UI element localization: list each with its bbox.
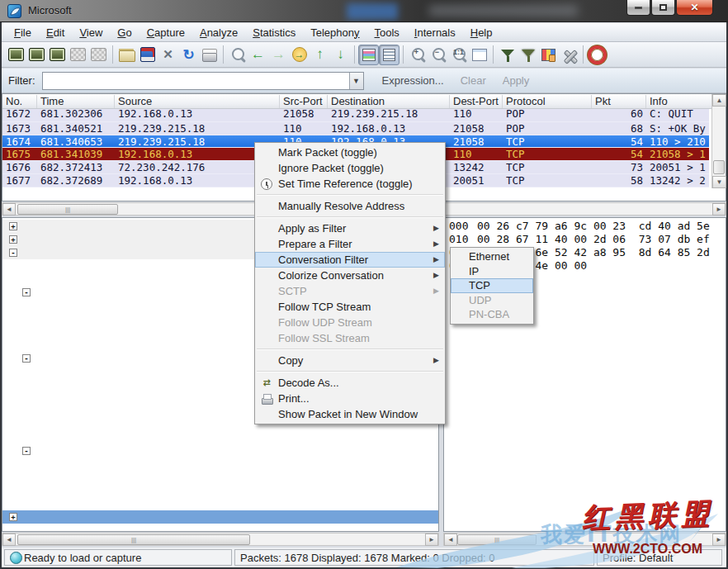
menu-item[interactable]: View: [72, 25, 110, 40]
tree-expander[interactable]: [115, 381, 123, 389]
tree-expander[interactable]: [115, 473, 123, 481]
toolbar-button[interactable]: [47, 45, 68, 65]
context-menu-item[interactable]: Follow SSL Stream: [255, 330, 445, 346]
context-menu-item[interactable]: ⇄ Decode As...: [255, 375, 445, 391]
toolbar-button[interactable]: [379, 45, 399, 65]
toolbar-button[interactable]: ←: [248, 45, 268, 65]
toolbar-button[interactable]: [68, 45, 88, 65]
toolbar-button[interactable]: [88, 45, 109, 65]
toolbar-button[interactable]: [583, 45, 584, 64]
vscroll-thumb[interactable]: [713, 160, 725, 174]
scroll-left-arrow[interactable]: ◄: [2, 203, 16, 216]
tree-line[interactable]: Source: 219.239.215.18 (219.239.215.18): [2, 484, 438, 497]
tree-expander[interactable]: [115, 460, 123, 468]
toolbar-button[interactable]: [559, 45, 579, 65]
filter-combobox[interactable]: ▼: [42, 72, 364, 90]
tree-expander[interactable]: [22, 328, 31, 336]
tree-line[interactable]: +Transmission Control Protocol, Src Port…: [2, 510, 438, 524]
filter-input[interactable]: [44, 73, 349, 88]
toolbar-button[interactable]: [587, 45, 607, 65]
tree-line[interactable]: -Header checksum: 0x7307 [validation dis…: [2, 444, 438, 458]
clear-button[interactable]: Clear: [452, 73, 494, 88]
column-header-no[interactable]: No.: [2, 95, 37, 108]
submenu-item[interactable]: PN-CBA: [451, 307, 533, 322]
context-menu-item[interactable]: Prepare a Filter ▶: [255, 236, 445, 252]
context-menu-item[interactable]: Print...: [255, 391, 445, 406]
column-header-destport[interactable]: Dest-Port: [450, 95, 503, 108]
tree-line[interactable]: [Bad: False]: [2, 471, 438, 484]
tree-expander[interactable]: [22, 275, 31, 283]
column-header-pktlength[interactable]: Pkt Length: [592, 95, 646, 108]
context-menu-item[interactable]: [257, 216, 443, 218]
toolbar-button[interactable]: [199, 45, 220, 65]
tree-expander[interactable]: [22, 262, 31, 270]
tree-expander[interactable]: +: [9, 513, 17, 521]
toolbar-button[interactable]: ↑: [310, 45, 330, 65]
apply-button[interactable]: Apply: [494, 73, 538, 88]
menu-item[interactable]: Analyze: [192, 25, 245, 40]
toolbar-button[interactable]: [358, 45, 379, 65]
tree-expander[interactable]: [22, 486, 31, 495]
toolbar-button[interactable]: [538, 45, 559, 65]
toolbar-button[interactable]: [493, 45, 494, 64]
toolbar-button[interactable]: →: [268, 45, 289, 65]
toolbar-button[interactable]: [6, 45, 26, 65]
packet-list-vscrollbar[interactable]: ▲ ▼: [711, 94, 726, 188]
scroll-left-arrow[interactable]: ◄: [444, 533, 457, 546]
hex-line[interactable]: 01000 28 67 11 40 00 2d 06 73 07 db ef: [444, 233, 726, 246]
toolbar-button[interactable]: [112, 45, 113, 64]
context-menu-item[interactable]: Follow TCP Stream: [255, 299, 445, 315]
menu-item[interactable]: Tools: [367, 25, 407, 40]
tree-expander[interactable]: -: [9, 249, 17, 257]
context-menu-item[interactable]: [257, 371, 443, 372]
submenu-item[interactable]: IP: [451, 264, 533, 279]
hscroll-thumb[interactable]: [17, 534, 250, 545]
column-header-srcport[interactable]: Src-Port: [280, 95, 328, 108]
context-menu-item[interactable]: Mark Packet (toggle): [255, 145, 445, 160]
context-menu-item[interactable]: Follow UDP Stream: [255, 315, 445, 330]
tree-expander[interactable]: [115, 394, 123, 402]
tree-expander[interactable]: [115, 315, 123, 323]
column-header-destination[interactable]: Destination: [328, 95, 450, 108]
column-header-source[interactable]: Source: [115, 95, 280, 108]
toolbar-button[interactable]: [518, 45, 538, 65]
submenu-item[interactable]: Ethernet: [451, 249, 533, 264]
hscroll-thumb[interactable]: [457, 534, 537, 545]
menu-item[interactable]: Edit: [39, 25, 72, 40]
toolbar-button[interactable]: [354, 45, 355, 64]
submenu-item[interactable]: UDP: [451, 293, 533, 308]
menu-item[interactable]: Statistics: [245, 25, 303, 40]
expression-button[interactable]: Expression...: [374, 73, 452, 88]
toolbar-button[interactable]: ✕: [158, 45, 178, 65]
tree-expander[interactable]: +: [9, 222, 17, 230]
context-menu-item[interactable]: Copy ▶: [255, 353, 445, 368]
context-menu-item[interactable]: [257, 349, 443, 350]
menu-item[interactable]: Go: [110, 25, 139, 40]
tree-expander[interactable]: [115, 367, 123, 376]
packet-row[interactable]: 1673 681.340521 219.239.215.18 110 192.1…: [2, 122, 709, 135]
tree-line[interactable]: Protocol: TCP (6): [2, 431, 438, 444]
tree-expander[interactable]: [22, 420, 31, 429]
tree-expander[interactable]: [22, 434, 31, 442]
toolbar-button[interactable]: →: [289, 45, 310, 65]
filter-dropdown-button[interactable]: ▼: [349, 73, 363, 89]
submenu-item[interactable]: TCP: [451, 278, 533, 293]
packet-row[interactable]: 1672 681.302306 192.168.0.13 21058 219.2…: [2, 109, 709, 122]
restore-button[interactable]: [651, 0, 675, 16]
toolbar-button[interactable]: [403, 45, 404, 64]
scroll-right-arrow[interactable]: ►: [712, 203, 726, 216]
toolbar-button[interactable]: [227, 45, 248, 65]
close-button[interactable]: ✕: [676, 0, 713, 16]
hex-hscrollbar[interactable]: ◄ ►: [443, 533, 726, 546]
tree-expander[interactable]: -: [22, 447, 31, 455]
context-menu-item[interactable]: Conversation Filter ▶: [255, 252, 445, 268]
menu-item[interactable]: File: [7, 25, 39, 40]
scroll-left-arrow[interactable]: ◄: [2, 533, 16, 546]
context-menu-item[interactable]: Manually Resolve Address: [255, 198, 445, 214]
toolbar-button[interactable]: [137, 45, 158, 65]
toolbar-button[interactable]: [26, 45, 47, 65]
toolbar-button[interactable]: +: [407, 45, 428, 65]
hex-line[interactable]: 00000 26 c7 79 a6 9c 00 23 cd 40 ad 5e: [444, 220, 726, 233]
tree-expander[interactable]: [22, 341, 31, 349]
column-header-protocol[interactable]: Protocol: [503, 95, 592, 108]
